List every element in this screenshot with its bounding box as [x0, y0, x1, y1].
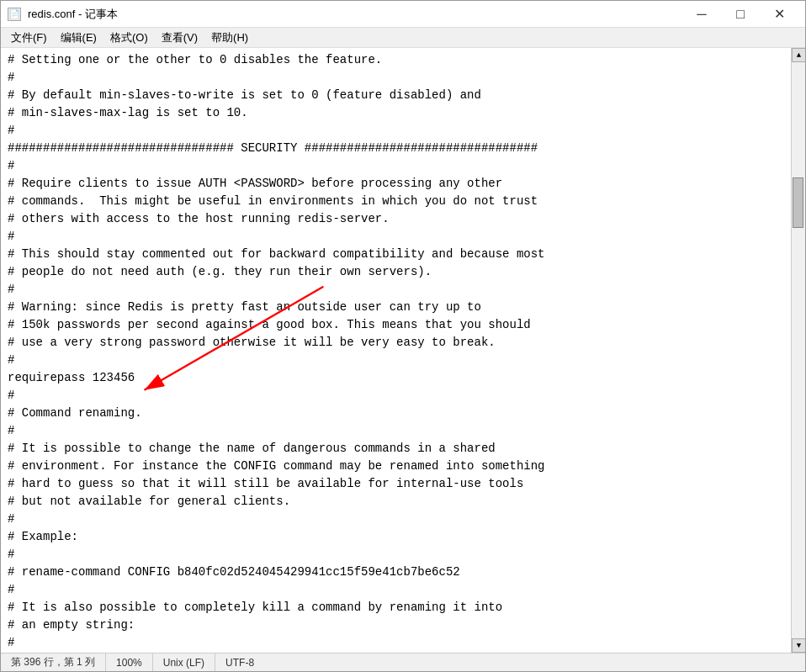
- scroll-track[interactable]: [792, 62, 805, 638]
- maximize-button[interactable]: □: [721, 1, 760, 28]
- title-bar-left: 📄 redis.conf - 记事本: [8, 7, 118, 22]
- minimize-button[interactable]: ─: [682, 1, 721, 28]
- cursor-position: 第 396 行，第 1 列: [1, 653, 106, 671]
- scroll-thumb[interactable]: [793, 177, 803, 228]
- status-bar: 第 396 行，第 1 列 100% Unix (LF) UTF-8: [1, 653, 805, 671]
- scroll-up-button[interactable]: ▲: [792, 48, 805, 62]
- scroll-down-button[interactable]: ▼: [792, 638, 805, 653]
- window-controls: ─ □ ✕: [682, 1, 798, 28]
- title-bar: 📄 redis.conf - 记事本 ─ □ ✕: [1, 1, 805, 28]
- menu-view[interactable]: 查看(V): [155, 29, 204, 47]
- menu-format[interactable]: 格式(O): [103, 29, 155, 47]
- content-area: # Setting one or the other to 0 disables…: [1, 48, 805, 653]
- close-button[interactable]: ✕: [760, 1, 798, 28]
- app-icon: 📄: [8, 8, 21, 21]
- menu-bar: 文件(F) 编辑(E) 格式(O) 查看(V) 帮助(H): [1, 28, 805, 48]
- notepad-window: 📄 redis.conf - 记事本 ─ □ ✕ 文件(F) 编辑(E) 格式(…: [0, 0, 806, 672]
- vertical-scrollbar[interactable]: ▲ ▼: [791, 48, 805, 653]
- encoding: UTF-8: [215, 653, 264, 671]
- menu-help[interactable]: 帮助(H): [204, 29, 255, 47]
- window-title: redis.conf - 记事本: [28, 7, 118, 22]
- line-ending: Unix (LF): [153, 653, 215, 671]
- menu-file[interactable]: 文件(F): [4, 29, 54, 47]
- menu-edit[interactable]: 编辑(E): [54, 29, 103, 47]
- zoom-level: 100%: [106, 653, 153, 671]
- text-editor[interactable]: # Setting one or the other to 0 disables…: [1, 48, 791, 653]
